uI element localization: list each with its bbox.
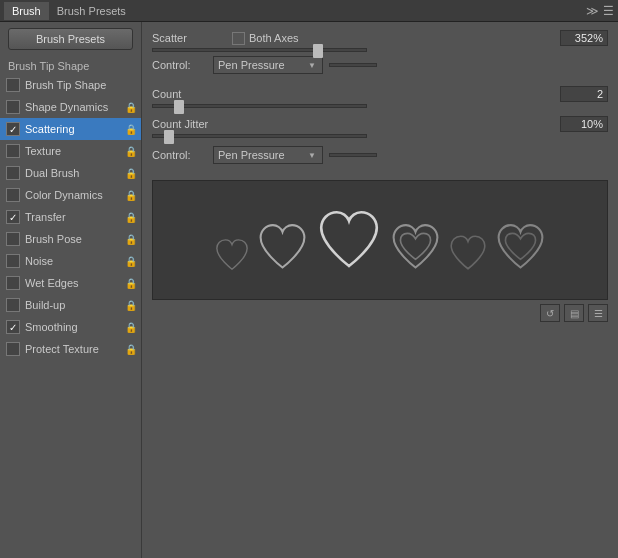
hearts-container bbox=[203, 197, 558, 283]
lock-icon-dual-brush: 🔒 bbox=[125, 168, 137, 179]
heart-3 bbox=[314, 207, 384, 273]
brush-list-item-build-up[interactable]: Build-up 🔒 bbox=[0, 294, 141, 316]
heart-6 bbox=[493, 221, 548, 273]
lock-icon-texture: 🔒 bbox=[125, 146, 137, 157]
brush-list-label: Brush Pose bbox=[25, 233, 82, 245]
main-layout: Brush Presets Brush Tip Shape Brush Tip … bbox=[0, 22, 618, 558]
both-axes-checkbox[interactable] bbox=[232, 32, 245, 45]
brush-list-label: Scattering bbox=[25, 123, 75, 135]
right-panel: Scatter Both Axes 352% Control: Pen Pres… bbox=[142, 22, 618, 558]
lock-icon-noise: 🔒 bbox=[125, 256, 137, 267]
control2-dropdown[interactable]: Pen Pressure ▼ bbox=[213, 146, 323, 164]
checkbox-scattering[interactable]: ✓ bbox=[6, 122, 20, 136]
checkbox-texture[interactable] bbox=[6, 144, 20, 158]
tab-brush-presets[interactable]: Brush Presets bbox=[49, 2, 134, 20]
control1-value[interactable] bbox=[329, 63, 377, 67]
checkbox-smoothing[interactable]: ✓ bbox=[6, 320, 20, 334]
count-slider-handle[interactable] bbox=[174, 100, 184, 114]
brush-list-item-brush-tip-shape[interactable]: Brush Tip Shape bbox=[0, 74, 141, 96]
control1-dropdown-text: Pen Pressure bbox=[218, 59, 308, 71]
lock-icon-protect-texture: 🔒 bbox=[125, 344, 137, 355]
brush-list-item-shape-dynamics[interactable]: Shape Dynamics 🔒 bbox=[0, 96, 141, 118]
control2-dropdown-text: Pen Pressure bbox=[218, 149, 308, 161]
lock-icon-smoothing: 🔒 bbox=[125, 322, 137, 333]
panel-menu-icon[interactable]: ≫ bbox=[586, 4, 599, 18]
left-panel: Brush Presets Brush Tip Shape Brush Tip … bbox=[0, 22, 142, 558]
lock-icon-color-dynamics: 🔒 bbox=[125, 190, 137, 201]
both-axes-label: Both Axes bbox=[249, 32, 299, 44]
brush-list-label: Color Dynamics bbox=[25, 189, 103, 201]
control2-dropdown-arrow: ▼ bbox=[308, 151, 316, 160]
count-jitter-value[interactable]: 10% bbox=[560, 116, 608, 132]
control1-dropdown[interactable]: Pen Pressure ▼ bbox=[213, 56, 323, 74]
brush-presets-button[interactable]: Brush Presets bbox=[8, 28, 133, 50]
checkbox-wet-edges[interactable] bbox=[6, 276, 20, 290]
brush-list-label: Wet Edges bbox=[25, 277, 79, 289]
checkbox-protect-texture[interactable] bbox=[6, 342, 20, 356]
heart-4 bbox=[388, 221, 443, 273]
folder-button[interactable]: ▤ bbox=[564, 304, 584, 322]
count-jitter-control-section: Control: Pen Pressure ▼ bbox=[152, 146, 608, 164]
checkbox-transfer[interactable]: ✓ bbox=[6, 210, 20, 224]
brush-list-item-protect-texture[interactable]: Protect Texture 🔒 bbox=[0, 338, 141, 360]
count-value[interactable]: 2 bbox=[560, 86, 608, 102]
bottom-toolbar: ↺ ▤ ☰ bbox=[152, 304, 608, 322]
scatter-slider[interactable] bbox=[152, 48, 367, 52]
brush-list-item-dual-brush[interactable]: Dual Brush 🔒 bbox=[0, 162, 141, 184]
brush-list-label: Build-up bbox=[25, 299, 65, 311]
control1-dropdown-arrow: ▼ bbox=[308, 61, 316, 70]
menu-button[interactable]: ☰ bbox=[588, 304, 608, 322]
brush-list-item-transfer[interactable]: ✓ Transfer 🔒 bbox=[0, 206, 141, 228]
brush-list-label: Smoothing bbox=[25, 321, 78, 333]
scatter-slider-handle[interactable] bbox=[313, 44, 323, 58]
heart-1 bbox=[213, 237, 251, 273]
count-jitter-slider[interactable] bbox=[152, 134, 367, 138]
heart-5 bbox=[447, 233, 489, 273]
brush-list-item-brush-pose[interactable]: Brush Pose 🔒 bbox=[0, 228, 141, 250]
control2-label: Control: bbox=[152, 149, 207, 161]
brush-list-item-color-dynamics[interactable]: Color Dynamics 🔒 bbox=[0, 184, 141, 206]
scatter-label: Scatter bbox=[152, 32, 232, 44]
control2-value[interactable] bbox=[329, 153, 377, 157]
options-icon[interactable]: ☰ bbox=[603, 4, 614, 18]
brush-list-label: Shape Dynamics bbox=[25, 101, 108, 113]
checkbox-color-dynamics[interactable] bbox=[6, 188, 20, 202]
scatter-row: Scatter Both Axes 352% bbox=[152, 30, 608, 46]
brush-list-label: Texture bbox=[25, 145, 61, 157]
checkbox-brush-tip-shape[interactable] bbox=[6, 78, 20, 92]
lock-icon-build-up: 🔒 bbox=[125, 300, 137, 311]
checkbox-build-up[interactable] bbox=[6, 298, 20, 312]
lock-icon-scattering: 🔒 bbox=[125, 124, 137, 135]
scatter-control-section: Control: Pen Pressure ▼ bbox=[152, 56, 608, 74]
tab-brush[interactable]: Brush bbox=[4, 2, 49, 20]
count-jitter-slider-handle[interactable] bbox=[164, 130, 174, 144]
count-jitter-slider-container bbox=[152, 134, 608, 138]
brush-list-label: Transfer bbox=[25, 211, 66, 223]
checkbox-dual-brush[interactable] bbox=[6, 166, 20, 180]
scatter-value[interactable]: 352% bbox=[560, 30, 608, 46]
brush-list-item-wet-edges[interactable]: Wet Edges 🔒 bbox=[0, 272, 141, 294]
count-slider[interactable] bbox=[152, 104, 367, 108]
count-jitter-row: Count Jitter 10% bbox=[152, 116, 608, 132]
tab-icons: ≫ ☰ bbox=[586, 4, 614, 18]
lock-icon-wet-edges: 🔒 bbox=[125, 278, 137, 289]
brush-preview-canvas bbox=[152, 180, 608, 300]
scatter-slider-container bbox=[152, 48, 608, 52]
tab-bar: Brush Brush Presets ≫ ☰ bbox=[0, 0, 618, 22]
control1-label: Control: bbox=[152, 59, 207, 71]
brush-list: Brush Tip Shape Shape Dynamics 🔒 ✓ Scatt… bbox=[0, 74, 141, 554]
brush-list-item-texture[interactable]: Texture 🔒 bbox=[0, 140, 141, 162]
brush-list-item-noise[interactable]: Noise 🔒 bbox=[0, 250, 141, 272]
brush-list-label: Noise bbox=[25, 255, 53, 267]
brush-list-label: Dual Brush bbox=[25, 167, 79, 179]
checkbox-shape-dynamics[interactable] bbox=[6, 100, 20, 114]
count-row: Count 2 bbox=[152, 86, 608, 102]
brush-list-item-smoothing[interactable]: ✓ Smoothing 🔒 bbox=[0, 316, 141, 338]
lock-icon-brush-pose: 🔒 bbox=[125, 234, 137, 245]
brush-list-item-scattering[interactable]: ✓ Scattering 🔒 bbox=[0, 118, 141, 140]
lock-icon-shape-dynamics: 🔒 bbox=[125, 102, 137, 113]
brush-tip-shape-title: Brush Tip Shape bbox=[0, 56, 141, 74]
checkbox-brush-pose[interactable] bbox=[6, 232, 20, 246]
recycle-button[interactable]: ↺ bbox=[540, 304, 560, 322]
checkbox-noise[interactable] bbox=[6, 254, 20, 268]
